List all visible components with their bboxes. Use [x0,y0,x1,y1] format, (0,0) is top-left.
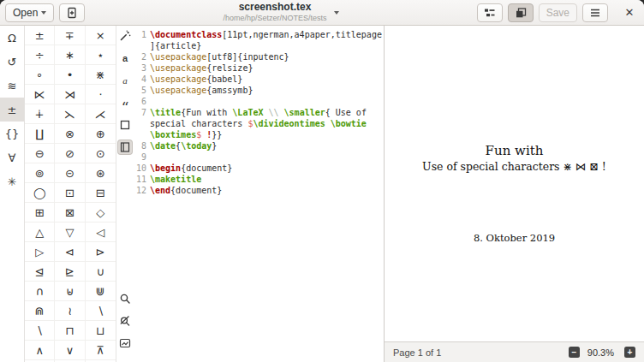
symbol-times[interactable]: × [86,26,116,45]
symbol-oplus[interactable]: ⊕ [86,124,116,144]
symbol-bigcirc[interactable]: ◯ [25,183,55,203]
symbol-triangleright[interactable]: ▷ [25,242,55,262]
symbol-vee[interactable]: ∨ [55,341,85,360]
symbol-rtimes[interactable]: ⋊ [55,85,85,104]
symbol-triangleleft[interactable]: ◁ [86,223,116,242]
symbol-diamond[interactable]: ◇ [86,203,116,223]
symbol-leftthreetimes[interactable]: ⋋ [55,104,85,124]
code-line: 11\maketitle [135,174,384,185]
symbol-unlhd[interactable]: ⊴ [25,262,55,282]
italic-button[interactable]: a [118,74,132,87]
symbols-tab-misc-math[interactable]: ∀ [0,145,24,169]
frame-button[interactable] [118,118,132,132]
symbol-cap[interactable]: ∩ [25,282,55,301]
symbols-tab-relations[interactable]: ≋ [0,74,24,98]
symbol-cdot[interactable]: ⋅ [86,85,116,104]
symbol-circledcirc[interactable]: ⊚ [25,163,55,183]
symbol-wedge[interactable]: ∧ [25,341,55,360]
symbol-amalg[interactable]: ∐ [25,124,55,144]
page-indicator: Page 1 of 1 [393,347,441,358]
search-and-replace-button[interactable] [118,314,132,328]
code-text: \begin{document} [150,163,382,174]
close-button[interactable]: ✕ [620,3,639,22]
symbol-ltimes[interactable]: ⋉ [25,85,55,104]
symbol-rightthreetimes[interactable]: ⋌ [86,104,116,124]
window-title: screenshot.tex [223,2,326,12]
document-title-menu[interactable]: screenshot.tex /home/hp/Setzer/NOTES/tes… [90,2,471,23]
symbol-Cup[interactable]: ⋓ [86,282,116,301]
line-number: 2 [135,51,146,62]
symbol-barwedge[interactable]: ⊼ [86,341,116,360]
source-editor[interactable]: 1\documentclass[11pt,ngerman,a4paper,tit… [134,26,385,362]
symbol-circ[interactable]: ∘ [25,65,55,85]
code-text: \usepackage[utf8]{inputenc} [150,51,382,62]
close-icon: ✕ [625,6,635,19]
symbol-sqcap[interactable]: ⊓ [55,321,85,341]
symbol-Cap[interactable]: ⋒ [25,301,55,321]
symbol-bullet[interactable]: • [55,65,85,85]
symbol-otimes[interactable]: ⊗ [55,124,85,144]
symbol-rhd[interactable]: ⊳ [86,242,116,262]
document-structure-button[interactable] [477,3,503,22]
wizard-icon [119,30,131,42]
symbols-tab-brackets[interactable]: {} [0,122,24,145]
bold-button[interactable]: a [118,51,132,65]
pdf-page[interactable]: Fun with Use of special characters ⋇ ⋈ ⊠… [385,26,644,341]
symbol-boxdot[interactable]: ⊡ [55,183,85,203]
symbol-circledast[interactable]: ⊛ [86,163,116,183]
zoom-in-button[interactable]: + [624,347,635,358]
symbol-setminus[interactable]: ∖ [86,301,116,321]
symbol-lhd[interactable]: ⊲ [55,242,85,262]
symbols-tab-operators[interactable]: ± [0,98,24,122]
insert-image-button[interactable] [118,336,132,350]
code-text: \end{document} [150,185,382,196]
menu-icon [590,9,600,17]
symbol-pm[interactable]: ± [25,26,55,45]
new-document-button[interactable] [59,3,85,22]
symbol-uplus[interactable]: ⊎ [55,282,85,301]
open-button-label: Open [13,7,38,19]
symbol-oslash[interactable]: ⊘ [55,144,85,163]
symbol-boxplus[interactable]: ⊞ [25,203,55,223]
symbol-unrhd[interactable]: ⊵ [55,262,85,282]
symbol-divideontimes[interactable]: ⋇ [86,65,116,85]
symbol-circleddash[interactable]: ⊝ [55,163,85,183]
preview-toggle-button[interactable] [508,3,534,22]
symbol-ominus[interactable]: ⊖ [25,144,55,163]
wizard-button[interactable] [118,29,132,43]
code-text [150,151,382,163]
title-block: screenshot.tex /home/hp/Setzer/NOTES/tes… [223,2,326,23]
open-button[interactable]: Open [5,3,54,22]
symbol-wr[interactable]: ≀ [55,301,85,321]
page-layout-button[interactable] [118,140,132,154]
symbols-tab-arrows[interactable]: ↺ [0,50,24,74]
symbol-star[interactable]: ⋆ [86,45,116,65]
zoom-out-button[interactable]: − [569,347,580,358]
search-icon [119,293,131,305]
pdf-preview-panel: Fun with Use of special characters ⋇ ⋈ ⊠… [385,26,644,362]
window-subtitle: /home/hp/Setzer/NOTES/tests [223,13,326,23]
code-line: 3\usepackage{relsize} [135,62,384,74]
symbol-dotplus[interactable]: ∔ [25,104,55,124]
line-number: 3 [135,62,146,74]
menu-button[interactable] [582,3,608,22]
symbol-mp[interactable]: ∓ [55,26,85,45]
symbol-bigtriangleup[interactable]: △ [25,223,55,242]
symbol-div[interactable]: ÷ [25,45,55,65]
symbol-odot[interactable]: ⊙ [86,144,116,163]
symbol-smallsetminus[interactable]: ∖ [25,321,55,341]
symbols-tab-misc-symbols[interactable]: ✳ [0,169,24,193]
quotes-button[interactable]: “ [118,96,132,110]
symbol-bigtriangledown[interactable]: ▽ [55,223,85,242]
symbol-cup[interactable]: ∪ [86,262,116,282]
new-document-icon [66,7,78,19]
search-button[interactable] [118,292,132,306]
symbol-ast[interactable]: ∗ [55,45,85,65]
symbol-boxtimes[interactable]: ⊠ [55,203,85,223]
save-button[interactable]: Save [539,3,577,22]
line-number: 10 [135,163,146,174]
symbol-boxminus[interactable]: ⊟ [86,183,116,203]
symbol-sqcup[interactable]: ⊔ [86,321,116,341]
symbols-tab-greek-letters[interactable]: Ω [0,26,24,50]
code-line: 8\date{\today} [135,140,384,151]
